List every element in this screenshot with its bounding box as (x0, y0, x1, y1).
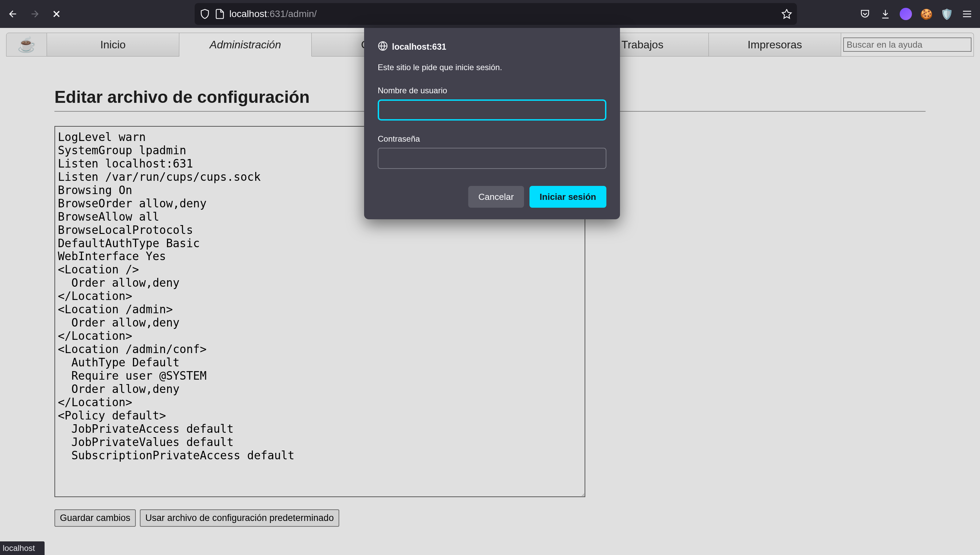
downloads-icon[interactable] (876, 5, 895, 24)
document-icon (214, 8, 225, 19)
url-path: :631/admin/ (267, 8, 317, 19)
pocket-icon[interactable] (855, 5, 874, 24)
cancel-button[interactable]: Cancelar (468, 186, 524, 208)
forward-button[interactable] (25, 5, 44, 24)
extension-ublock-icon[interactable]: 🛡️ (937, 5, 956, 24)
auth-host: localhost:631 (392, 42, 446, 52)
status-bar: localhost (0, 541, 45, 555)
password-label: Contraseña (378, 134, 606, 144)
toolbar-right: 🍪 🛡️ (855, 5, 977, 24)
auth-dialog-header: localhost:631 (378, 41, 606, 53)
auth-actions: Cancelar Iniciar sesión (378, 186, 606, 208)
address-bar[interactable]: localhost:631/admin/ (195, 3, 797, 25)
shield-icon (200, 8, 210, 19)
stop-button[interactable] (47, 5, 66, 24)
hamburger-menu-icon[interactable] (958, 5, 977, 24)
extension-purple-icon[interactable] (896, 5, 915, 24)
browser-toolbar: localhost:631/admin/ 🍪 🛡️ (0, 0, 980, 28)
http-auth-dialog: localhost:631 Este sitio le pide que ini… (364, 28, 620, 219)
page-content: ☕ Inicio Administración Clases Ayuda en … (0, 28, 980, 555)
bookmark-star-icon[interactable] (781, 8, 792, 19)
url-text: localhost:631/admin/ (229, 8, 777, 19)
url-host: localhost (229, 8, 267, 19)
username-input[interactable] (378, 99, 606, 120)
globe-icon (378, 41, 388, 53)
sign-in-button[interactable]: Iniciar sesión (529, 186, 606, 208)
back-button[interactable] (3, 5, 22, 24)
extension-cookie-icon[interactable]: 🍪 (917, 5, 936, 24)
auth-message: Este sitio le pide que inicie sesión. (378, 63, 606, 72)
password-input[interactable] (378, 148, 606, 169)
username-label: Nombre de usuario (378, 86, 606, 95)
